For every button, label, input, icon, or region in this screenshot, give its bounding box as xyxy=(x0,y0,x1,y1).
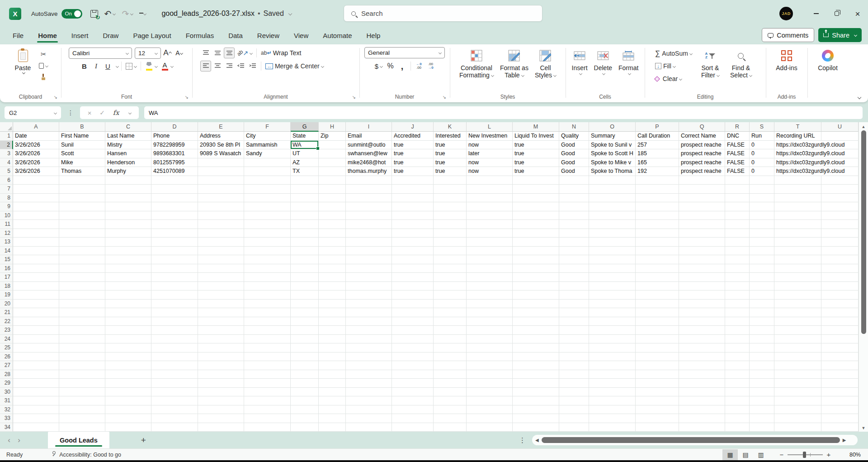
column-header-E[interactable]: E xyxy=(198,122,244,132)
cell-J33[interactable] xyxy=(392,414,434,423)
cell-D20[interactable] xyxy=(151,300,198,309)
cell-O17[interactable] xyxy=(589,273,636,282)
cell-B33[interactable] xyxy=(59,414,105,423)
cell-G8[interactable] xyxy=(291,194,319,203)
row-header-30[interactable]: 30 xyxy=(0,388,13,397)
cell-J17[interactable] xyxy=(392,273,434,282)
cell-S20[interactable] xyxy=(750,300,774,309)
cell-D16[interactable] xyxy=(151,264,198,273)
cell-T2[interactable]: https://dxc03zgurdly9.cloud xyxy=(774,141,859,150)
cell-E17[interactable] xyxy=(198,273,244,282)
zoom-slider[interactable] xyxy=(788,454,823,455)
cell-D13[interactable] xyxy=(151,238,198,247)
cell-Q17[interactable] xyxy=(679,273,725,282)
cell-K17[interactable] xyxy=(434,273,467,282)
cell-P16[interactable] xyxy=(636,264,679,273)
cell-U32[interactable] xyxy=(821,405,859,414)
cell-C11[interactable] xyxy=(105,220,151,229)
cell-S33[interactable] xyxy=(750,414,774,423)
cell-S22[interactable] xyxy=(750,317,774,326)
cell-P26[interactable] xyxy=(636,352,679,362)
cell-G18[interactable] xyxy=(291,282,319,291)
cell-T21[interactable] xyxy=(774,308,821,317)
cell-M1[interactable]: Liquid To Invest xyxy=(513,132,559,141)
align-middle-button[interactable] xyxy=(212,48,223,58)
cell-B11[interactable] xyxy=(59,220,105,229)
cell-U15[interactable] xyxy=(821,255,859,264)
cell-G16[interactable] xyxy=(291,264,319,273)
cell-T33[interactable] xyxy=(774,414,821,423)
cell-I20[interactable] xyxy=(346,300,392,309)
cell-M5[interactable]: true xyxy=(513,167,559,176)
cell-H7[interactable] xyxy=(319,185,346,194)
cell-K11[interactable] xyxy=(434,220,467,229)
cell-P3[interactable]: 185 xyxy=(636,149,679,158)
cell-D21[interactable] xyxy=(151,308,198,317)
cell-N17[interactable] xyxy=(559,273,589,282)
cell-G29[interactable] xyxy=(291,379,319,388)
cell-B26[interactable] xyxy=(59,352,105,362)
row-header-1[interactable]: 1 xyxy=(0,132,13,141)
cell-U30[interactable] xyxy=(821,388,859,397)
insert-cells-button[interactable]: Insert xyxy=(569,47,591,76)
cell-K2[interactable]: true xyxy=(434,141,467,150)
cell-I1[interactable]: Email xyxy=(346,132,392,141)
column-header-Q[interactable]: Q xyxy=(679,122,725,132)
cell-H6[interactable] xyxy=(319,176,346,185)
cell-O6[interactable] xyxy=(589,176,636,185)
document-title[interactable]: good_leads_2026-03-27.xlsx • Saved xyxy=(161,10,291,18)
align-bottom-button[interactable] xyxy=(224,48,235,58)
cell-L29[interactable] xyxy=(467,379,513,388)
cell-E29[interactable] xyxy=(198,379,244,388)
accessibility-status[interactable]: Accessibility: Good to go xyxy=(51,451,121,458)
cell-R26[interactable] xyxy=(725,352,750,362)
cell-O32[interactable] xyxy=(589,405,636,414)
cell-L1[interactable]: New Investmen xyxy=(467,132,513,141)
cell-I29[interactable] xyxy=(346,379,392,388)
cell-R20[interactable] xyxy=(725,300,750,309)
cell-D3[interactable]: 9893683301 xyxy=(151,149,198,158)
cell-H19[interactable] xyxy=(319,291,346,300)
cell-C12[interactable] xyxy=(105,229,151,238)
cell-P23[interactable] xyxy=(636,326,679,335)
cell-P17[interactable] xyxy=(636,273,679,282)
cell-Q9[interactable] xyxy=(679,202,725,211)
cell-Q29[interactable] xyxy=(679,379,725,388)
cell-J27[interactable] xyxy=(392,361,434,370)
row-header-8[interactable]: 8 xyxy=(0,194,13,203)
cell-J6[interactable] xyxy=(392,176,434,185)
cell-G4[interactable]: AZ xyxy=(291,158,319,167)
cell-H10[interactable] xyxy=(319,211,346,220)
cell-K22[interactable] xyxy=(434,317,467,326)
cell-B15[interactable] xyxy=(59,255,105,264)
cell-D10[interactable] xyxy=(151,211,198,220)
cell-T23[interactable] xyxy=(774,326,821,335)
cell-R32[interactable] xyxy=(725,405,750,414)
cell-A30[interactable] xyxy=(13,388,59,397)
cell-K3[interactable]: true xyxy=(434,149,467,158)
cell-A32[interactable] xyxy=(13,405,59,414)
cell-M31[interactable] xyxy=(513,396,559,405)
cell-H33[interactable] xyxy=(319,414,346,423)
cell-U21[interactable] xyxy=(821,308,859,317)
cell-S13[interactable] xyxy=(750,238,774,247)
cell-K18[interactable] xyxy=(434,282,467,291)
cell-L17[interactable] xyxy=(467,273,513,282)
formula-input[interactable]: WA xyxy=(144,106,863,119)
cell-P24[interactable] xyxy=(636,335,679,344)
format-as-table-button[interactable]: Format as Table xyxy=(497,47,532,80)
cell-I26[interactable] xyxy=(346,352,392,362)
cell-I5[interactable]: thomas.murphy xyxy=(346,167,392,176)
cell-U34[interactable] xyxy=(821,423,859,432)
cell-U29[interactable] xyxy=(821,379,859,388)
cell-J12[interactable] xyxy=(392,229,434,238)
cell-D11[interactable] xyxy=(151,220,198,229)
cell-M26[interactable] xyxy=(513,352,559,362)
cell-F20[interactable] xyxy=(244,300,291,309)
cell-D32[interactable] xyxy=(151,405,198,414)
cell-E8[interactable] xyxy=(198,194,244,203)
cell-Q5[interactable]: prospect reache xyxy=(679,167,725,176)
cell-K10[interactable] xyxy=(434,211,467,220)
name-box[interactable]: G2 xyxy=(5,106,61,119)
cell-K7[interactable] xyxy=(434,185,467,194)
